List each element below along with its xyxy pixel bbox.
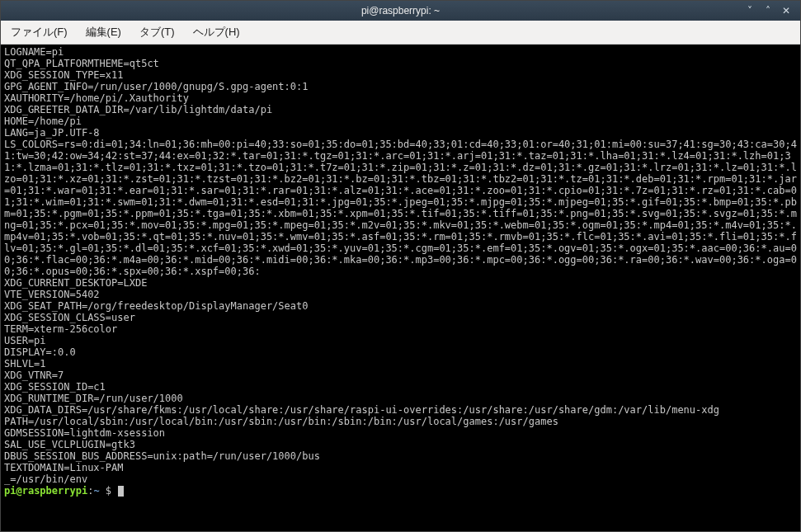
prompt-host: raspberrypi xyxy=(22,485,87,497)
prompt-user: pi xyxy=(4,485,16,497)
menu-help[interactable]: ヘルプ(H) xyxy=(190,23,243,41)
menu-tab[interactable]: タブ(T) xyxy=(136,23,178,41)
minimize-icon[interactable]: ˅ xyxy=(744,5,756,16)
window-controls: ˅ ˄ ✕ xyxy=(744,1,797,21)
prompt-dollar: $ xyxy=(100,485,118,497)
menu-edit[interactable]: 編集(E) xyxy=(82,23,125,41)
cursor xyxy=(118,486,124,497)
terminal-window: pi@raspberrypi: ~ ˅ ˄ ✕ ファイル(F) 編集(E) タブ… xyxy=(0,0,801,532)
maximize-icon[interactable]: ˄ xyxy=(762,5,774,16)
close-icon[interactable]: ✕ xyxy=(780,5,792,16)
menu-file[interactable]: ファイル(F) xyxy=(7,23,71,41)
titlebar[interactable]: pi@raspberrypi: ~ ˅ ˄ ✕ xyxy=(1,1,800,21)
menubar: ファイル(F) 編集(E) タブ(T) ヘルプ(H) xyxy=(1,21,800,45)
prompt-at: @ xyxy=(16,485,21,497)
prompt-path: ~ xyxy=(93,485,99,497)
window-title: pi@raspberrypi: ~ xyxy=(1,5,800,16)
terminal-output[interactable]: LOGNAME=pi QT_QPA_PLATFORMTHEME=qt5ct XD… xyxy=(1,45,800,531)
